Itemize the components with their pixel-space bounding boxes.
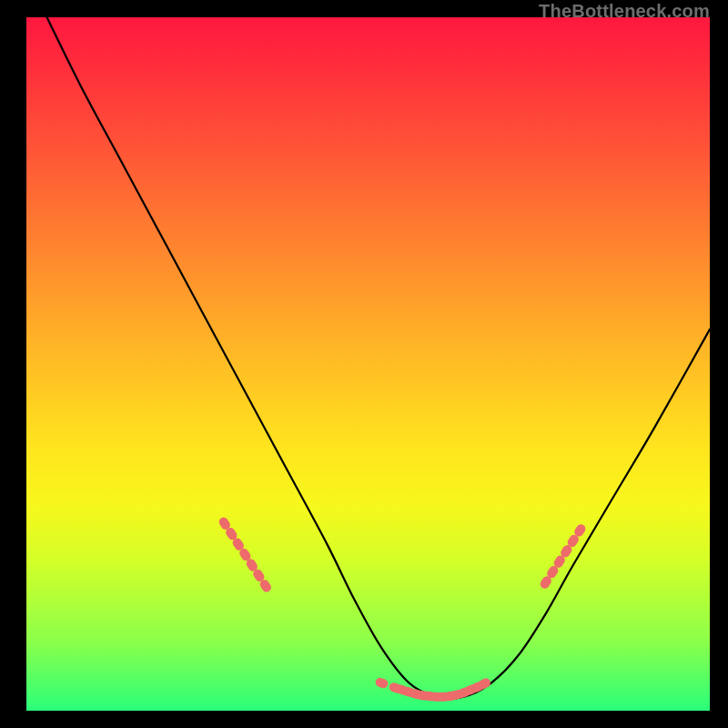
- chart-frame: TheBottleneck.com: [0, 0, 728, 728]
- watermark-text: TheBottleneck.com: [539, 1, 710, 22]
- curve-marker: [374, 676, 389, 689]
- bottleneck-curve: [47, 17, 710, 699]
- curve-svg-layer: [26, 17, 710, 711]
- marker-group-bottom: [374, 676, 491, 702]
- marker-group-right: [539, 522, 588, 590]
- marker-group-left: [217, 516, 273, 594]
